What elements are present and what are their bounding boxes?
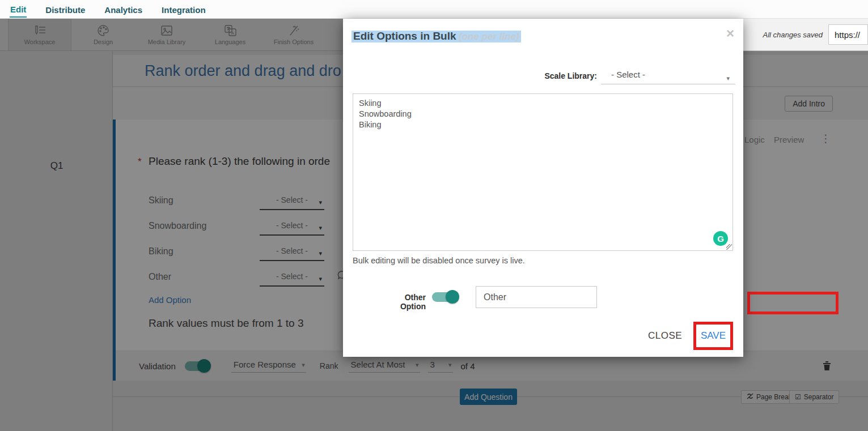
nav-item-analytics[interactable]: Analytics (104, 2, 143, 17)
chevron-down-icon: ▾ (726, 71, 730, 86)
scale-library-select[interactable]: - Select - ▾ (601, 67, 735, 84)
edit-options-in-bulk-modal: Edit Options in Bulk (one per line) × Sc… (343, 19, 743, 357)
scale-library-value: - Select - (611, 70, 645, 79)
save-status-strip: All changes saved (743, 19, 868, 51)
modal-subtitle: (one per line) (459, 31, 519, 42)
toggle-knob (446, 290, 459, 304)
other-option-label: Other Option (379, 293, 426, 311)
bulk-edit-note: Bulk editing will be disabled once surve… (353, 256, 525, 265)
top-nav: Edit Distribute Analytics Integration (0, 0, 868, 19)
nav-item-integration[interactable]: Integration (161, 2, 206, 17)
nav-item-distribute[interactable]: Distribute (45, 2, 86, 17)
modal-title-row: Edit Options in Bulk (one per line) (352, 30, 521, 42)
close-icon[interactable]: × (726, 27, 734, 40)
bulk-options-area: Skiing Snowboarding Biking G (353, 93, 733, 251)
bulk-options-textarea[interactable]: Skiing Snowboarding Biking (353, 93, 733, 251)
other-option-input[interactable] (476, 286, 597, 308)
resize-handle[interactable] (726, 244, 732, 250)
save-status-text: All changes saved (763, 31, 823, 39)
scale-library-label: Scale Library: (544, 71, 597, 80)
red-highlight-box-bulk (747, 292, 839, 314)
selection-highlight: Edit Options in Bulk (one per line) (352, 31, 521, 42)
other-option-toggle[interactable] (432, 292, 458, 302)
red-highlight-box-save: SAVE (693, 322, 733, 350)
save-button[interactable]: SAVE (701, 330, 726, 342)
survey-url-input[interactable] (828, 24, 868, 45)
close-button[interactable]: CLOSE (648, 322, 682, 350)
modal-title: Edit Options in Bulk (353, 30, 456, 42)
nav-item-edit[interactable]: Edit (10, 1, 27, 18)
